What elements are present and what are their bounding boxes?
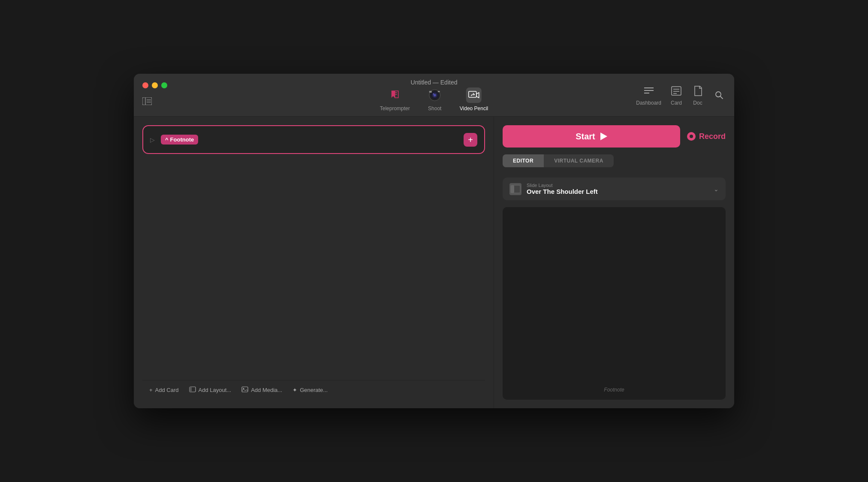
svg-rect-27 [190,387,192,392]
chevron-down-icon: ⌄ [714,186,719,193]
minimize-button[interactable] [152,82,158,88]
tool-doc[interactable]: Doc [691,84,704,106]
svg-line-25 [720,96,723,99]
dashboard-label: Dashboard [636,100,661,106]
doc-icon [691,84,704,97]
nav-item-video-pencil[interactable]: Video Pencil [460,87,488,111]
layout-icon [509,183,521,195]
start-button[interactable]: Start [503,125,680,148]
card-play-button[interactable]: ▷ [150,136,155,143]
play-icon [600,133,607,140]
slide-layout-section: Slide Layout Over The Shoulder Left ⌄ [503,178,726,200]
close-button[interactable] [142,82,148,88]
add-card-icon: + [149,387,153,393]
search-button[interactable] [713,89,726,102]
bottom-toolbar: + Add Card Add Layout... [142,380,485,400]
sidebar-toggle[interactable] [142,97,152,107]
generate-label: Generate... [300,387,328,393]
teleprompter-icon [387,87,403,103]
svg-point-24 [716,92,721,97]
card-tag: ^ Footnote [161,135,198,145]
title-center: Untitled — Edited Teleprompter [380,79,488,111]
record-button[interactable]: Record [687,132,726,141]
add-layout-icon [189,386,196,394]
svg-point-10 [433,93,434,94]
right-toolbar: Dashboard Card [636,84,726,106]
tab-editor[interactable]: EDITOR [503,154,544,167]
window-title: Untitled — Edited [411,79,458,86]
tool-card[interactable]: Card [670,84,683,106]
nav-item-shoot[interactable]: Shoot [427,87,443,111]
svg-rect-28 [242,387,248,392]
add-media-icon [241,386,248,394]
shoot-icon [427,87,443,103]
dashboard-icon [642,84,655,97]
app-window: Untitled — Edited Teleprompter [134,74,734,408]
slide-layout-dropdown[interactable]: Slide Layout Over The Shoulder Left ⌄ [503,178,726,200]
tool-dashboard[interactable]: Dashboard [636,84,661,106]
svg-rect-13 [469,91,476,97]
doc-label: Doc [693,100,702,106]
main-content: ▷ ^ Footnote + + Add Card [134,117,734,408]
nav-toolbar: Teleprompter [380,87,488,111]
layout-label: Slide Layout [527,183,708,188]
layout-text: Slide Layout Over The Shoulder Left [527,183,708,195]
svg-rect-0 [142,97,152,105]
svg-line-16 [471,95,472,96]
add-media-label: Add Media... [251,387,282,393]
video-pencil-icon [466,87,482,103]
layout-value: Over The Shoulder Left [527,188,708,195]
preview-label: Footnote [604,387,624,393]
tab-virtual-camera[interactable]: VIRTUAL CAMERA [544,154,614,167]
start-label: Start [576,132,595,142]
card-item: ▷ ^ Footnote + [142,125,485,154]
shoot-label: Shoot [428,105,441,111]
add-card-label: Add Card [155,387,179,393]
add-layout-button[interactable]: Add Layout... [189,386,232,394]
card-add-button[interactable]: + [464,133,477,147]
svg-rect-11 [429,91,432,93]
card-label: Card [671,100,682,106]
card-tag-label: Footnote [170,136,194,143]
tab-row: EDITOR VIRTUAL CAMERA [503,154,614,167]
svg-point-29 [243,388,244,389]
add-layout-label: Add Layout... [199,387,232,393]
generate-button[interactable]: ✦ Generate... [292,387,328,393]
card-tag-caret: ^ [165,136,169,143]
card-icon [670,84,683,97]
traffic-lights [142,82,167,88]
left-panel: ▷ ^ Footnote + + Add Card [134,117,494,408]
add-media-button[interactable]: Add Media... [241,386,282,394]
add-card-button[interactable]: + Add Card [149,387,179,393]
card-list: ▷ ^ Footnote + [142,125,485,380]
right-panel: Start Record EDITOR VIRTUAL CAMERA [494,117,734,408]
teleprompter-label: Teleprompter [380,105,410,111]
svg-rect-31 [511,185,514,193]
record-icon [687,132,696,141]
video-pencil-label: Video Pencil [460,105,488,111]
nav-item-teleprompter[interactable]: Teleprompter [380,87,410,111]
titlebar: Untitled — Edited Teleprompter [134,74,734,117]
generate-icon: ✦ [292,387,297,393]
svg-rect-12 [438,91,440,92]
record-label: Record [699,132,726,141]
fullscreen-button[interactable] [161,82,167,88]
start-row: Start Record [503,125,726,148]
svg-rect-20 [672,87,681,95]
preview-area: Footnote [503,207,726,400]
